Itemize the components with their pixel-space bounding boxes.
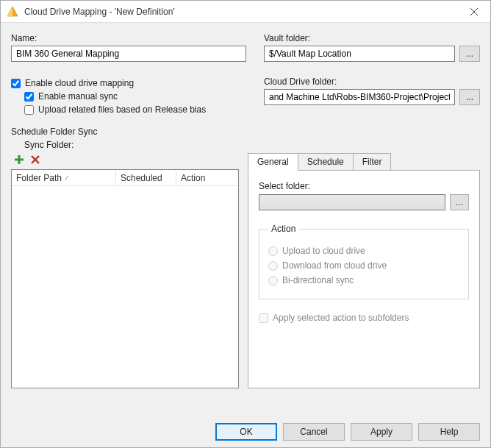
list-body [12, 186, 238, 388]
apply-subfolders-input[interactable] [259, 313, 268, 323]
window-title: Cloud Drive Mapping - 'New Definition' [24, 7, 457, 17]
enable-mapping-input[interactable] [11, 79, 21, 88]
help-button[interactable]: Help [418, 423, 480, 441]
remove-folder-button[interactable] [29, 153, 42, 166]
radio-bidirectional[interactable]: Bi-directional sync [268, 275, 459, 285]
delete-icon [30, 154, 40, 165]
upload-related-input[interactable] [24, 105, 34, 115]
ok-button[interactable]: OK [215, 423, 277, 441]
radio-bidirectional-label: Bi-directional sync [282, 275, 354, 285]
radio-download[interactable]: Download from cloud drive [268, 260, 459, 271]
name-input[interactable] [11, 46, 246, 62]
enable-manual-sync-label: Enable manual sync [38, 91, 118, 102]
title-bar: Cloud Drive Mapping - 'New Definition' [1, 1, 490, 23]
radio-download-input[interactable] [268, 261, 278, 271]
schedule-section-title: Schedule Folder Sync [11, 127, 480, 137]
vault-folder-browse-button[interactable]: ... [459, 46, 480, 62]
add-folder-button[interactable] [12, 153, 26, 166]
enable-mapping-checkbox[interactable]: Enable cloud drive mapping [11, 78, 246, 88]
sync-folder-label: Sync Folder: [24, 140, 480, 150]
col-scheduled[interactable]: Scheduled [116, 170, 176, 185]
tab-filter[interactable]: Filter [353, 153, 392, 171]
col-action[interactable]: Action [176, 170, 238, 185]
apply-subfolders-label: Apply selected action to subfolders [273, 313, 409, 323]
enable-mapping-label: Enable cloud drive mapping [25, 78, 134, 88]
close-button[interactable] [457, 1, 490, 23]
name-label: Name: [11, 33, 246, 43]
apply-button[interactable]: Apply [351, 423, 412, 441]
upload-related-checkbox[interactable]: Upload related files based on Release bi… [24, 104, 246, 115]
button-bar: OK Cancel Apply Help [1, 416, 490, 447]
radio-upload-label: Upload to cloud drive [282, 246, 365, 256]
tab-general[interactable]: General [248, 153, 298, 171]
app-icon [7, 6, 18, 18]
cloud-drive-folder-label: Cloud Drive folder: [264, 77, 480, 87]
radio-download-label: Download from cloud drive [282, 260, 387, 271]
tabs: General Schedule Filter [248, 153, 480, 171]
list-header: Folder Path ∕ Scheduled Action [12, 170, 238, 186]
plus-icon [14, 154, 24, 165]
enable-manual-sync-checkbox[interactable]: Enable manual sync [24, 91, 246, 102]
radio-upload[interactable]: Upload to cloud drive [268, 246, 459, 256]
dialog-window: Cloud Drive Mapping - 'New Definition' N… [0, 0, 491, 448]
radio-bidirectional-input[interactable] [268, 276, 278, 285]
radio-upload-input[interactable] [268, 246, 278, 256]
dialog-content: Name: Vault folder: ... Enable cloud dri… [1, 23, 490, 416]
upload-related-label: Upload related files based on Release bi… [38, 104, 206, 115]
vault-folder-input[interactable] [264, 46, 455, 62]
sort-asc-icon: ∕ [66, 174, 68, 182]
tab-schedule[interactable]: Schedule [298, 153, 354, 171]
action-group: Action Upload to cloud drive Download fr… [259, 224, 469, 299]
col-folder-path[interactable]: Folder Path ∕ [12, 170, 116, 185]
apply-subfolders-checkbox[interactable]: Apply selected action to subfolders [259, 313, 469, 323]
cancel-button[interactable]: Cancel [283, 423, 345, 441]
sync-folder-list[interactable]: Folder Path ∕ Scheduled Action [11, 169, 239, 388]
select-folder-label: Select folder: [259, 181, 469, 191]
enable-manual-sync-input[interactable] [24, 92, 34, 102]
tab-page-general: Select folder: ... Action Upload to clou… [248, 170, 480, 388]
cloud-drive-folder-input[interactable] [264, 89, 455, 105]
select-folder-input[interactable] [259, 194, 445, 210]
action-legend: Action [268, 224, 298, 234]
select-folder-browse-button[interactable]: ... [450, 194, 469, 210]
vault-folder-label: Vault folder: [264, 33, 480, 43]
close-icon [470, 8, 478, 15]
cloud-drive-folder-browse-button[interactable]: ... [459, 89, 480, 105]
svg-rect-5 [15, 159, 24, 161]
